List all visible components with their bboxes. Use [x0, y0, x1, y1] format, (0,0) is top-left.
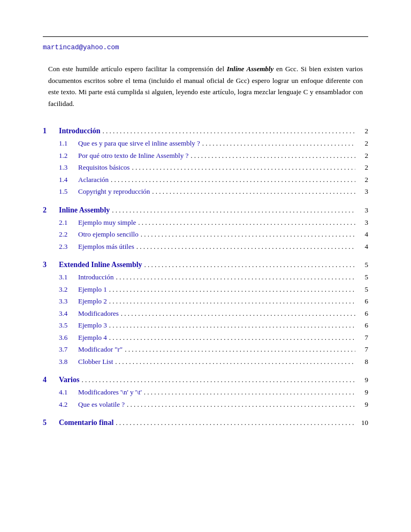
toc-sub-label-1.2[interactable]: Por qué otro texto de Inline Assembly ? — [78, 150, 188, 161]
toc-sub-label-3.8[interactable]: Clobber List — [78, 356, 113, 367]
toc-sub-dots-3.1 — [116, 272, 355, 283]
toc-sub-label-3.5[interactable]: Ejemplo 3 — [78, 320, 107, 331]
author-email[interactable]: martincad@yahoo.com — [43, 44, 119, 51]
toc-sub-row-1.1[interactable]: 1.1Que es y para que sirve el inline ass… — [43, 138, 368, 149]
toc-sub-dots-1.5 — [152, 186, 355, 197]
toc-section-3: 3Extended Inline Assembly53.1Introducció… — [43, 259, 368, 367]
toc-sub-row-1.3[interactable]: 1.3Requisitos básicos2 — [43, 162, 368, 173]
toc-sub-dots-3.3 — [109, 296, 355, 307]
toc-sub-dots-3.7 — [125, 344, 355, 355]
toc-sub-page-1.3: 2 — [357, 162, 368, 173]
toc-sub-page-1.2: 2 — [357, 150, 368, 161]
toc-page-3: 5 — [357, 260, 368, 270]
toc-sub-row-3.6[interactable]: 3.6Ejemplo 47 — [43, 332, 368, 343]
toc-page-2: 3 — [357, 205, 368, 216]
toc-sub-label-3.3[interactable]: Ejemplo 2 — [78, 296, 107, 307]
abstract: Con este humilde artículo espero facilit… — [43, 63, 368, 109]
toc-section-label-5[interactable]: Comentario final — [59, 417, 113, 428]
toc-sub-label-1.4[interactable]: Aclaración — [78, 174, 109, 185]
toc-sub-row-2.2[interactable]: 2.2Otro ejemplo sencillo4 — [43, 229, 368, 240]
toc-section-row-5[interactable]: 5Comentario final10 — [43, 417, 368, 428]
toc-sub-dots-3.4 — [121, 308, 355, 319]
toc-sub-label-4.2[interactable]: Que es volatile ? — [78, 399, 125, 410]
toc-sub-number-1.5: 1.5 — [59, 186, 78, 197]
toc-sub-dots-2.3 — [136, 241, 355, 252]
toc-sub-label-1.3[interactable]: Requisitos básicos — [78, 162, 130, 173]
toc-sub-number-3.4: 3.4 — [59, 308, 78, 319]
toc-sub-label-2.1[interactable]: Ejemplo muy simple — [78, 217, 136, 228]
toc-sub-dots-1.1 — [202, 138, 355, 149]
toc-sub-label-4.1[interactable]: Modificadores '\n' y '\t' — [78, 387, 142, 398]
toc-section-number-4: 4 — [43, 374, 59, 385]
toc-section-number-2: 2 — [43, 204, 59, 216]
toc-sub-page-1.1: 2 — [357, 138, 368, 149]
toc-sub-page-3.4: 6 — [357, 308, 368, 319]
toc-page-1: 2 — [357, 126, 368, 136]
toc-sub-number-1.2: 1.2 — [59, 150, 78, 161]
toc-sub-dots-3.6 — [109, 332, 355, 343]
toc-sub-page-3.5: 6 — [357, 320, 368, 331]
toc-sub-dots-4.2 — [127, 399, 355, 410]
toc-page-5: 10 — [357, 417, 368, 428]
toc-sub-dots-3.2 — [109, 284, 355, 295]
toc-sub-number-3.1: 3.1 — [59, 272, 78, 283]
toc-section-label-3[interactable]: Extended Inline Assembly — [59, 259, 142, 270]
toc-section-row-4[interactable]: 4Varios9 — [43, 374, 368, 385]
toc-sub-page-3.7: 7 — [357, 344, 368, 355]
toc-sub-row-3.4[interactable]: 3.4Modificadores6 — [43, 308, 368, 319]
toc-sub-row-1.5[interactable]: 1.5Copyright y reproducción3 — [43, 186, 368, 197]
toc-sub-row-3.5[interactable]: 3.5Ejemplo 36 — [43, 320, 368, 331]
toc-sub-number-2.1: 2.1 — [59, 217, 78, 228]
toc-sub-number-1.1: 1.1 — [59, 138, 78, 149]
toc-sub-label-3.6[interactable]: Ejemplo 4 — [78, 332, 107, 343]
toc-dots-1 — [103, 126, 355, 136]
toc-sub-page-3.8: 8 — [357, 356, 368, 367]
toc-section-label-2[interactable]: Inline Assembly — [59, 204, 110, 216]
toc-section-1: 1Introducción21.1Que es y para que sirve… — [43, 125, 368, 197]
toc-section-2: 2Inline Assembly32.1Ejemplo muy simple32… — [43, 204, 368, 252]
toc-section-row-3[interactable]: 3Extended Inline Assembly5 — [43, 259, 368, 270]
toc-sub-number-2.3: 2.3 — [59, 241, 78, 252]
toc-sub-page-1.5: 3 — [357, 186, 368, 197]
toc-sub-number-3.8: 3.8 — [59, 356, 78, 367]
toc-section-label-1[interactable]: Introducción — [59, 125, 101, 136]
author-email-line: martincad@yahoo.com — [43, 42, 368, 54]
toc-sub-label-3.4[interactable]: Modificadores — [78, 308, 119, 319]
toc-section-label-4[interactable]: Varios — [59, 374, 79, 385]
toc-sub-page-3.6: 7 — [357, 332, 368, 343]
toc-sub-row-3.3[interactable]: 3.3Ejemplo 26 — [43, 296, 368, 307]
toc-sub-page-1.4: 2 — [357, 174, 368, 185]
toc-sub-number-3.6: 3.6 — [59, 332, 78, 343]
toc-sub-label-2.3[interactable]: Ejemplos más útiles — [78, 241, 134, 252]
toc-sub-dots-1.2 — [191, 150, 355, 161]
toc-section-number-5: 5 — [43, 417, 59, 428]
toc-sub-row-1.4[interactable]: 1.4Aclaración2 — [43, 174, 368, 185]
toc-sub-row-1.2[interactable]: 1.2Por qué otro texto de Inline Assembly… — [43, 150, 368, 161]
toc-sub-label-3.1[interactable]: Introducción — [78, 272, 113, 283]
toc-sub-row-3.1[interactable]: 3.1Introducción5 — [43, 272, 368, 283]
toc-section-row-2[interactable]: 2Inline Assembly3 — [43, 204, 368, 216]
toc-sub-label-3.2[interactable]: Ejemplo 1 — [78, 284, 107, 295]
toc-sub-row-4.1[interactable]: 4.1Modificadores '\n' y '\t'9 — [43, 387, 368, 398]
toc-page-4: 9 — [357, 375, 368, 385]
toc-sub-page-2.1: 3 — [357, 217, 368, 228]
toc-sub-row-2.3[interactable]: 2.3Ejemplos más útiles4 — [43, 241, 368, 252]
toc-sub-label-3.7[interactable]: Modificador "r" — [78, 344, 123, 355]
toc-sub-label-2.2[interactable]: Otro ejemplo sencillo — [78, 229, 139, 240]
toc-sub-page-4.1: 9 — [357, 387, 368, 398]
toc-sub-row-2.1[interactable]: 2.1Ejemplo muy simple3 — [43, 217, 368, 228]
toc-sub-number-4.1: 4.1 — [59, 387, 78, 398]
toc-dots-4 — [81, 375, 355, 385]
toc-sub-row-3.8[interactable]: 3.8Clobber List8 — [43, 356, 368, 367]
toc-section-row-1[interactable]: 1Introducción2 — [43, 125, 368, 136]
toc-sub-number-2.2: 2.2 — [59, 229, 78, 240]
toc-sub-row-3.2[interactable]: 3.2Ejemplo 15 — [43, 284, 368, 295]
toc-sub-dots-3.5 — [109, 320, 355, 331]
toc-sub-row-4.2[interactable]: 4.2Que es volatile ?9 — [43, 399, 368, 410]
toc-sub-page-3.3: 6 — [357, 296, 368, 307]
toc-sub-label-1.5[interactable]: Copyright y reproducción — [78, 186, 150, 197]
toc-sub-page-3.2: 5 — [357, 284, 368, 295]
toc-sub-label-1.1[interactable]: Que es y para que sirve el inline assemb… — [78, 138, 200, 149]
toc-dots-5 — [116, 417, 355, 428]
toc-sub-row-3.7[interactable]: 3.7Modificador "r"7 — [43, 344, 368, 355]
